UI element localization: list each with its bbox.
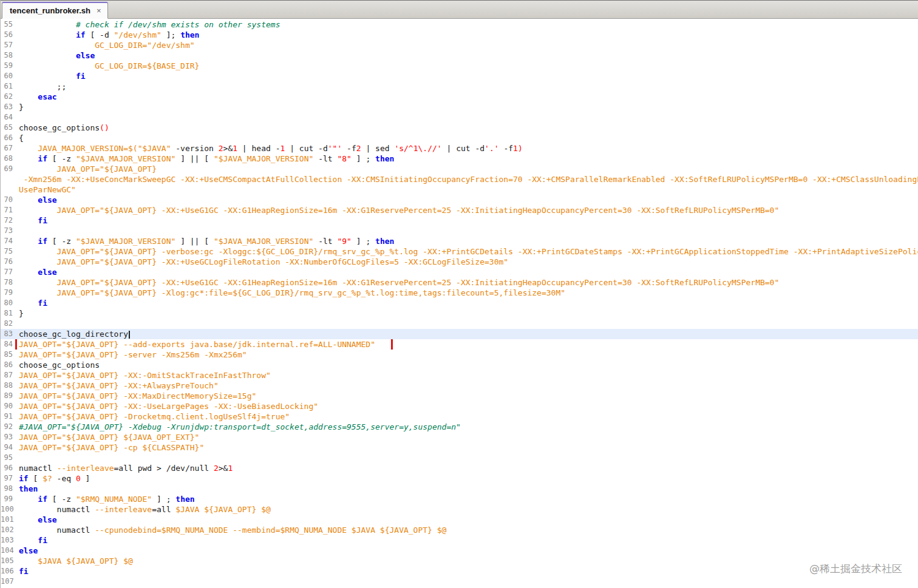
code-token: "$JAVA_MAJOR_VERSION" [214,237,313,246]
code-token: JAVA_OPT="${JAVA_OPT} ${JAVA_OPT_EXT}" [19,433,199,442]
line-number: 84 [1,339,15,350]
code-line[interactable]: 103 fi [1,535,918,546]
code-line[interactable]: 81} [1,308,918,319]
code-line[interactable]: 90JAVA_OPT="${JAVA_OPT} -XX:-UseLargePag… [1,401,918,411]
code-line[interactable]: 100 numactl --interleave=all $JAVA ${JAV… [1,504,918,515]
code-line[interactable]: 104else [1,546,918,556]
code-area[interactable]: 55 # check if /dev/shm exists on other s… [1,19,918,587]
code-line[interactable]: 57 GC_LOG_DIR="/dev/shm" [1,40,918,50]
code-line[interactable]: 71 JAVA_OPT="${JAVA_OPT} -XX:+UseG1GC -X… [1,205,918,215]
code-token: --cpunodebind=$RMQ_NUMA_NODE --membind=$… [95,525,446,535]
code-token: [ -z [47,154,76,163]
code-token: ] ; [352,154,375,163]
code-line[interactable]: 59 GC_LOG_DIR=${BASE_DIR} [1,61,918,71]
line-number: 87 [1,370,15,380]
line-number: 67 [1,143,15,154]
code-line[interactable]: 56 if [ -d "/dev/shm" ]; then [1,30,918,40]
code-line[interactable]: 63} [1,102,918,112]
code-line[interactable]: 99 if [ -z "$RMQ_NUMA_NODE" ] ; then [1,494,918,504]
code-token: then [375,154,394,163]
code-line[interactable]: 98then [1,484,918,494]
code-text: if [ -z "$RMQ_NUMA_NODE" ] ; then [15,494,918,504]
code-token: esac [38,92,56,101]
code-token [19,92,38,101]
code-token [19,299,38,308]
code-line[interactable]: 74 if [ -z "$JAVA_MAJOR_VERSION" ] || [ … [1,236,918,246]
code-line[interactable]: 61 ;; [1,81,918,92]
code-line[interactable]: 87JAVA_OPT="${JAVA_OPT} -XX:-OmitStackTr… [1,370,918,380]
code-line[interactable]: 78 JAVA_OPT="${JAVA_OPT} -XX:+UseG1GC -X… [1,277,918,288]
code-token: 's/^1\.//' [394,144,441,153]
code-line[interactable]: 91JAVA_OPT="${JAVA_OPT} -Drocketmq.clien… [1,411,918,422]
code-token: if [76,30,86,39]
code-line[interactable]: 95 [1,453,918,463]
code-line[interactable]: 80 fi [1,298,918,308]
code-line[interactable]: 106fi [1,566,918,576]
code-token: -lt [313,237,337,246]
code-line[interactable]: 83choose_gc_log_directory [1,329,918,339]
code-line[interactable]: 66{ [1,133,918,143]
code-token: "9" [337,237,351,246]
code-token: 1) [513,144,523,153]
line-number: 97 [1,473,15,484]
code-line[interactable]: 65choose_gc_options() [1,123,918,133]
code-token: -lt [313,154,337,163]
code-line[interactable]: UseParNewGC" [1,184,918,195]
code-line[interactable]: 64 [1,112,918,123]
code-line[interactable]: 92#JAVA_OPT="${JAVA_OPT} -Xdebug -Xrunjd… [1,422,918,432]
code-line[interactable]: 70 else [1,195,918,205]
code-line[interactable]: 75 JAVA_OPT="${JAVA_OPT} -verbose:gc -Xl… [1,246,918,257]
code-line[interactable]: 73 [1,226,918,236]
code-token: ] [81,474,90,483]
code-token: if [19,474,29,483]
code-line[interactable]: 79 JAVA_OPT="${JAVA_OPT} -Xlog:gc*:file=… [1,288,918,298]
code-token: >& [223,144,233,153]
code-line[interactable]: 96numactl --interleave=all pwd > /dev/nu… [1,463,918,473]
code-line[interactable]: 69 JAVA_OPT="${JAVA_OPT} [1,164,918,174]
code-line[interactable]: 94JAVA_OPT="${JAVA_OPT} -cp ${CLASSPATH}… [1,442,918,453]
code-token: -Xmn256m -XX:+UseConcMarkSweepGC -XX:+Us… [19,175,918,184]
code-token: numactl [19,505,95,514]
code-line[interactable]: 60 fi [1,71,918,81]
line-number: 86 [1,360,15,370]
line-number: 100 [1,504,15,515]
code-line[interactable]: 93JAVA_OPT="${JAVA_OPT} ${JAVA_OPT_EXT}" [1,432,918,442]
code-line[interactable]: 97if [ $? -eq 0 ] [1,473,918,484]
code-line[interactable]: 89JAVA_OPT="${JAVA_OPT} -XX:MaxDirectMem… [1,391,918,401]
code-token: JAVA_OPT="${JAVA_OPT} -XX:-OmitStackTrac… [19,371,271,380]
code-line[interactable]: 82 [1,319,918,329]
tab-tencent-runbroker[interactable]: tencent_runbroker.sh × [2,2,108,19]
code-line[interactable]: 88JAVA_OPT="${JAVA_OPT} -XX:+AlwaysPreTo… [1,380,918,391]
code-token: numactl [19,464,57,473]
code-token: "$JAVA_MAJOR_VERSION" [76,237,175,246]
code-line[interactable]: 107 [1,576,918,587]
code-token: | head - [237,144,280,153]
code-line[interactable]: -Xmn256m -XX:+UseConcMarkSweepGC -XX:+Us… [1,174,918,184]
code-line[interactable]: 102 numactl --cpunodebind=$RMQ_NUMA_NODE… [1,525,918,535]
line-number: 82 [1,319,15,329]
code-token [19,51,76,60]
code-line[interactable]: 86choose_gc_options [1,360,918,370]
code-line[interactable]: 76 JAVA_OPT="${JAVA_OPT} -XX:+UseGCLogFi… [1,257,918,267]
code-line[interactable]: 101 else [1,515,918,525]
code-line[interactable]: 67 JAVA_MAJOR_VERSION=$("$JAVA" -version… [1,143,918,154]
code-line[interactable]: 72 fi [1,215,918,226]
code-line[interactable]: 105 $JAVA ${JAVA_OPT} $@ [1,556,918,566]
code-editor[interactable]: 55 # check if /dev/shm exists on other s… [1,19,918,588]
code-token: [ [29,474,42,483]
code-text: JAVA_OPT="${JAVA_OPT} -Xlog:gc*:file=${G… [15,288,918,298]
code-line[interactable]: 58 else [1,50,918,61]
line-number: 88 [1,380,15,391]
code-line[interactable]: 77 else [1,267,918,277]
code-line[interactable]: 62 esac [1,92,918,102]
code-token: JAVA_OPT="${JAVA_OPT} -XX:+UseG1GC -XX:G… [19,278,779,287]
code-line[interactable]: 55 # check if /dev/shm exists on other s… [1,19,918,30]
code-text: if [ $? -eq 0 ] [15,473,918,484]
code-line[interactable]: 85JAVA_OPT="${JAVA_OPT} -server -Xms256m… [1,350,918,360]
code-token: else [38,195,56,204]
close-icon[interactable]: × [97,7,101,15]
code-line[interactable]: 68 if [ -z "$JAVA_MAJOR_VERSION" ] || [ … [1,154,918,164]
code-token: then [375,237,394,246]
code-line[interactable]: 84JAVA_OPT="${JAVA_OPT} --add-exports ja… [1,339,918,350]
code-token: JAVA_OPT="${JAVA_OPT} -XX:+UseG1GC -XX:G… [19,206,779,215]
